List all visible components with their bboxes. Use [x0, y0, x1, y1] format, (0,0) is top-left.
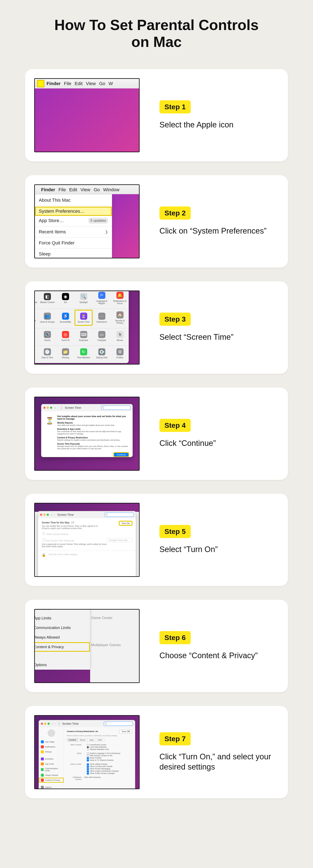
screenshot-4: ‹›░ Screen Time ⏳ Get insights about you…	[34, 397, 140, 471]
option-allow-profile-privacy-changes[interactable]: Allow Profile Privacy Changes	[87, 772, 119, 774]
window-title: Screen Time	[62, 722, 79, 725]
window-titlebar: ‹›░ Screen Time	[41, 404, 133, 411]
sidebar-item-app-limits[interactable]: ⏱App Limits	[34, 613, 90, 623]
sidebar-options[interactable]: ⋯ Options	[34, 660, 90, 670]
pref-icon-screen-time[interactable]: ⏳Screen Time	[75, 310, 92, 326]
s7-side-app-limits[interactable]: App Limits	[39, 762, 64, 767]
sidebar-item-always-allowed[interactable]: ✓Always Allowed	[34, 632, 90, 642]
menu-app-store[interactable]: App Store…5 updates	[35, 216, 112, 225]
screen-time-options-window: ‹› Screen Time Screen Time for this Mac:…	[38, 511, 136, 577]
step-pill: Step 5	[160, 525, 191, 538]
menu-sleep[interactable]: Sleep	[35, 249, 112, 258]
pref-icon-date-time[interactable]: 🕘Date & Time	[38, 347, 56, 360]
s7-side-app-usage[interactable]: App Usage	[39, 739, 64, 744]
nav-arrows[interactable]: ‹›	[51, 513, 55, 517]
s7-side-options[interactable]: Options	[39, 785, 64, 789]
menubar-item[interactable]: File	[64, 81, 71, 86]
pref-icon-bluetooth[interactable]: ᛒBluetooth	[34, 330, 38, 343]
pref-icon-extensions[interactable]: ⋯Extensions	[93, 310, 110, 326]
traffic-lights[interactable]	[41, 723, 50, 725]
option-unrestricted-access[interactable]: Unrestricted Access	[87, 744, 109, 746]
nav-arrows[interactable]: ‹›░	[52, 722, 60, 725]
pref-icon-sound[interactable]: 🔊Sound	[38, 330, 56, 343]
lock-footer[interactable]: Click the lock to make changes.	[38, 551, 136, 558]
s7-side-notifications[interactable]: Notifications	[39, 744, 64, 749]
menu-force-quit[interactable]: Force Quit Finder	[35, 238, 112, 248]
nav-arrows[interactable]: ‹›░	[55, 406, 63, 410]
menubar-item[interactable]: Edit	[75, 81, 83, 86]
sidebar-item-communication-limits[interactable]: 👥Communication Limits	[34, 623, 90, 632]
traffic-lights[interactable]	[44, 407, 52, 409]
pref-icon-spotlight[interactable]: 🔍Spotlight	[75, 290, 92, 306]
tabs[interactable]: Content Stores Apps Other	[67, 738, 104, 742]
avatar	[48, 729, 55, 737]
menubar-item[interactable]: Go	[94, 187, 100, 192]
pref-icon-trackpad[interactable]: ▭Trackpad	[93, 330, 110, 343]
option-music-tv-shared-libraries[interactable]: Music & TV Shared Libraries	[87, 759, 120, 761]
pref-icon-startup-disk[interactable]: 💽Startup Disk	[93, 347, 110, 360]
menu-system-preferences[interactable]: System Preferences…	[35, 207, 112, 216]
change-passcode-button[interactable]: Change Passcode…	[107, 538, 132, 542]
pref-icon-dock-menu-bar[interactable]: ▣Dock & Menu Bar	[34, 290, 38, 306]
pref-icon-time-machine[interactable]: ↻Time Machine	[75, 347, 92, 360]
screenshot-7: ‹›░ Screen Time App UsageNotificationsPi…	[34, 715, 140, 789]
pref-icon-wallet-apple-pay[interactable]: 💳Wallet & Apple Pay	[34, 310, 38, 326]
option-allow-connect-with-friends[interactable]: Allow Connect with Friends	[87, 765, 119, 768]
apple-icon-highlight[interactable]	[37, 80, 45, 87]
search-input[interactable]	[101, 406, 131, 410]
pref-icon-users-groups[interactable]: 👥Users & Groups	[38, 310, 56, 326]
option-web-search-content-in-siri[interactable]: Web Search Content in Siri	[87, 754, 120, 756]
passcode-checkbox[interactable]: Use Screen Time Passcode	[42, 538, 74, 542]
sidebar-item-downtime[interactable]: 🌙Downtime	[34, 609, 90, 613]
s7-sidebar: App UsageNotificationsPickupsDowntimeApp…	[39, 727, 64, 789]
menubar-item[interactable]: View	[86, 81, 96, 86]
pref-icon-battery[interactable]: 🔋Battery	[34, 347, 38, 360]
s7-side-content-privacy[interactable]: Content & Privacy	[39, 778, 64, 783]
menubar-item[interactable]: W	[109, 81, 113, 86]
s7-side-downtime[interactable]: Downtime	[39, 756, 64, 762]
turn-off-button[interactable]: Turn Off	[119, 729, 132, 734]
menubar-item[interactable]: Go	[99, 81, 105, 86]
menubar-app[interactable]: Finder	[41, 187, 55, 192]
pref-icon-siri[interactable]: ◉Siri	[57, 290, 74, 306]
menubar-item[interactable]: Window	[103, 187, 119, 192]
pref-icon-notifications-focus[interactable]: 🔔Notifications & Focus	[111, 290, 129, 306]
option-limit-adult-websites[interactable]: Limit Adult Websites	[87, 746, 109, 748]
option-allow-private-messaging[interactable]: Allow Private Messaging	[87, 768, 119, 770]
pref-icon-language-region[interactable]: 🏳Language & Region	[93, 290, 110, 306]
search-input[interactable]	[104, 722, 133, 726]
turn-on-button[interactable]: Turn On	[119, 521, 132, 525]
pref-icon-accessibility[interactable]: ♿Accessibility	[57, 310, 74, 326]
s7-side-communication-limits[interactable]: Communication Limits	[39, 767, 64, 773]
continue-button[interactable]: Continue	[114, 453, 129, 457]
system-preferences-window: ▣Dock & Menu Bar◧Mission Control◉Siri🔍Sp…	[34, 290, 129, 363]
content-privacy-window: ‹›░ Screen Time App UsageNotificationsPi…	[38, 720, 135, 789]
pref-icon-mission-control[interactable]: ◧Mission Control	[38, 290, 56, 306]
menubar-item[interactable]: Edit	[69, 187, 77, 192]
option-allow-avatar-nickname-changes[interactable]: Allow Avatar & Nickname Changes	[87, 770, 119, 772]
menubar-item[interactable]: File	[58, 187, 66, 192]
menubar-app[interactable]: Finder	[47, 81, 60, 86]
pref-icon-mouse[interactable]: 🖱Mouse	[111, 330, 129, 343]
traffic-lights[interactable]	[40, 514, 49, 516]
pref-icon-profiles[interactable]: ⚙Profiles	[111, 347, 129, 360]
option-explicit-language-in-siri-dictionary[interactable]: Explicit Language in Siri & Dictionary	[87, 752, 120, 754]
sidebar-item-content-privacy[interactable]: ⊘Content & Privacy	[34, 642, 90, 652]
step-desc: Select “Turn On”	[160, 544, 275, 555]
option-allowed-websites-only[interactable]: Allowed Websites Only	[87, 748, 109, 750]
pref-icon-touch-id[interactable]: ◎Touch ID	[57, 330, 74, 343]
option-allow-adding-friends[interactable]: Allow Adding Friends	[87, 763, 119, 765]
step-desc: Choose “Content & Privacy”	[160, 650, 275, 661]
share-checkbox[interactable]: Share across devices	[42, 532, 132, 535]
search-input[interactable]	[105, 513, 134, 517]
menu-recent[interactable]: Recent Items❯	[35, 227, 112, 237]
pref-icon-security-privacy[interactable]: 🏠Security & Privacy	[111, 310, 129, 326]
menubar-item[interactable]: View	[81, 187, 90, 192]
menu-about[interactable]: About This Mac	[35, 196, 112, 205]
pref-icon-sharing[interactable]: 📁Sharing	[57, 347, 74, 360]
s7-side-pickups[interactable]: Pickups	[39, 749, 64, 754]
step-pill: Step 7	[160, 732, 191, 745]
s7-side-always-allowed[interactable]: Always Allowed	[39, 773, 64, 778]
option-music-profiles[interactable]: Music Profiles	[87, 757, 120, 759]
pref-icon-keyboard[interactable]: ⌨Keyboard	[75, 330, 92, 343]
